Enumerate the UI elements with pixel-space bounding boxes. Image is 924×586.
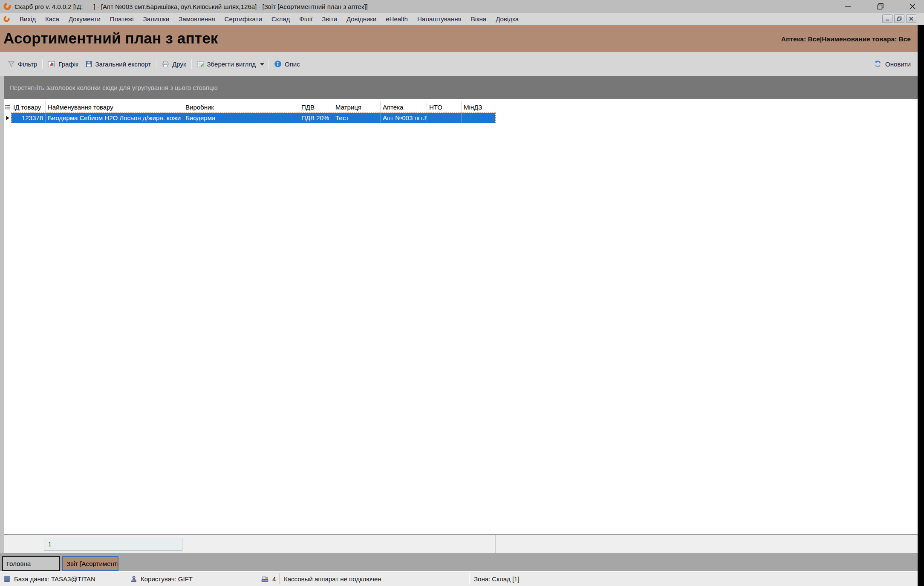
column-chooser-button[interactable]	[4, 101, 11, 113]
status-separator	[469, 573, 470, 584]
column-header-mindz[interactable]: МінДЗ	[462, 101, 495, 113]
grid-header-row: ІД товару Найменування товару Виробник П…	[4, 101, 918, 113]
refresh-button[interactable]: Оновити	[874, 57, 911, 71]
menu-item-certificates[interactable]: Сертифікати	[220, 14, 267, 24]
menu-item-settings[interactable]: Налаштування	[413, 14, 466, 24]
menu-item-stock[interactable]: Залишки	[139, 14, 174, 24]
horizontal-scrollbar[interactable]: 1	[44, 538, 182, 551]
menu-item-payments[interactable]: Платежі	[105, 14, 139, 24]
column-header-producer[interactable]: Виробник	[183, 101, 299, 113]
menu-item-warehouse[interactable]: Склад	[267, 14, 295, 24]
footer-divider	[28, 537, 28, 552]
column-header-name[interactable]: Найменування товару	[46, 101, 183, 113]
description-button[interactable]: Опис	[271, 58, 303, 69]
save-view-label: Зберегти вигляд	[207, 61, 256, 68]
column-header-matrix[interactable]: Матриця	[333, 101, 381, 113]
cash-register-status: Кассовый аппарат не подключен	[284, 572, 381, 586]
menu-item-cash[interactable]: Каса	[40, 14, 64, 24]
mdi-restore-button[interactable]	[894, 14, 904, 23]
cash-register-count-value: 4	[272, 575, 276, 583]
user-label: Користувач: GIFT	[141, 575, 193, 583]
status-bar: База даних: TASA3@TITAN Користувач: GIFT…	[0, 571, 918, 586]
save-view-button[interactable]: Зберегти вигляд	[193, 59, 260, 69]
export-button[interactable]: Загальний експорт	[82, 59, 155, 69]
mdi-minimize-button[interactable]	[882, 14, 892, 23]
menu-item-help[interactable]: Довідка	[491, 14, 523, 24]
filter-label: Фільтр	[18, 61, 37, 68]
menu-item-documents[interactable]: Документи	[64, 14, 105, 24]
mdi-window-controls	[882, 14, 916, 23]
row-arrow-icon	[6, 115, 10, 121]
report-header: Асортиментний план з аптек Аптека: Все|Н…	[0, 25, 918, 52]
chart-label: Графік	[58, 61, 78, 68]
chart-button[interactable]: Графік	[44, 59, 81, 69]
cell-id[interactable]: 123378	[12, 113, 46, 123]
data-grid: ІД товару Найменування товару Виробник П…	[4, 99, 918, 534]
right-edge-strip	[918, 25, 924, 586]
cell-nto[interactable]	[427, 113, 462, 123]
column-header-nto[interactable]: НТО	[427, 101, 462, 113]
selected-row-cells: 123378 Биодерма Себиом H2O Лосьон д/жирн…	[11, 113, 496, 123]
chart-icon	[48, 61, 55, 68]
grid-container: Перетягніть заголовок колонки сюди для у…	[0, 76, 918, 553]
menu-item-directories[interactable]: Довідники	[342, 14, 381, 24]
print-button[interactable]: Друк	[158, 59, 189, 69]
toolbar-separator	[269, 59, 269, 69]
cash-register-status-label: Кассовый аппарат не подключен	[284, 575, 381, 583]
restore-button[interactable]	[873, 0, 888, 13]
group-by-hint: Перетягніть заголовок колонки сюди для у…	[9, 84, 218, 91]
cell-producer[interactable]: Биодерма	[183, 113, 299, 123]
user-status: Користувач: GIFT	[130, 572, 193, 586]
refresh-label: Оновити	[885, 61, 911, 68]
export-icon	[85, 61, 92, 68]
menu-items: Вихід Каса Документи Платежі Залишки Зам…	[15, 14, 523, 24]
menu-item-exit[interactable]: Вихід	[15, 14, 40, 24]
cash-register-count: 4	[261, 572, 276, 586]
column-header-pharmacy[interactable]: Аптека	[381, 101, 427, 113]
column-header-vat[interactable]: ПДВ	[299, 101, 333, 113]
menu-item-windows[interactable]: Вікна	[466, 14, 491, 24]
filter-button[interactable]: Фільтр	[4, 59, 40, 69]
table-row[interactable]: 123378 Биодерма Себиом H2O Лосьон д/жирн…	[4, 113, 918, 123]
page-title: Асортиментний план з аптек	[3, 30, 218, 47]
row-indicator	[4, 113, 11, 123]
close-button[interactable]	[905, 0, 920, 13]
grid-footer: 1	[4, 534, 918, 553]
app-logo-icon	[3, 3, 11, 10]
description-label: Опис	[285, 61, 300, 68]
cell-vat[interactable]: ПДВ 20%	[299, 113, 333, 123]
menu-item-branches[interactable]: Філії	[295, 14, 317, 24]
title-bar: Скарб pro v. 4.0.0.2 [ІД: ] - [Апт №003 …	[0, 0, 924, 13]
refresh-icon	[874, 60, 882, 68]
menu-item-reports[interactable]: Звіти	[317, 14, 342, 24]
cell-mindz[interactable]	[462, 113, 495, 123]
window-title: Скарб pro v. 4.0.0.2 [ІД: ] - [Апт №003 …	[14, 3, 368, 10]
cash-register-icon	[261, 575, 269, 583]
mdi-close-button[interactable]	[906, 14, 916, 23]
page-number: 1	[48, 541, 52, 548]
tab-home[interactable]: Головна	[2, 556, 60, 571]
info-icon	[274, 60, 282, 68]
toolbar-separator	[42, 59, 43, 69]
tab-report[interactable]: Звіт [Асортиментний ...	[62, 556, 118, 571]
zone-status: Зона: Склад [1]	[474, 572, 520, 586]
footer-edge	[495, 535, 496, 553]
filter-icon	[8, 61, 15, 68]
cell-name[interactable]: Биодерма Себиом H2O Лосьон д/жирн. кожи …	[46, 113, 183, 123]
save-view-dropdown-icon[interactable]	[260, 63, 264, 66]
toolbar-separator	[191, 59, 192, 69]
database-icon	[3, 575, 11, 583]
cell-pharmacy[interactable]: Апт №003 пгт.Бар	[381, 113, 427, 123]
tab-strip: Головна Звіт [Асортиментний ...	[0, 553, 918, 571]
app-window: Скарб pro v. 4.0.0.2 [ІД: ] - [Апт №003 …	[0, 0, 924, 586]
group-by-panel[interactable]: Перетягніть заголовок колонки сюди для у…	[4, 76, 918, 99]
menu-item-orders[interactable]: Замовлення	[174, 14, 219, 24]
minimize-button[interactable]	[840, 0, 855, 13]
menu-item-ehealth[interactable]: eHealth	[381, 14, 413, 24]
toolbar-separator	[156, 59, 156, 69]
user-icon	[130, 575, 137, 583]
cell-matrix[interactable]: Тест	[333, 113, 381, 123]
print-label: Друк	[172, 61, 186, 68]
column-header-id[interactable]: ІД товару	[11, 101, 46, 113]
tab-report-label: Звіт [Асортиментний ...	[66, 560, 118, 567]
